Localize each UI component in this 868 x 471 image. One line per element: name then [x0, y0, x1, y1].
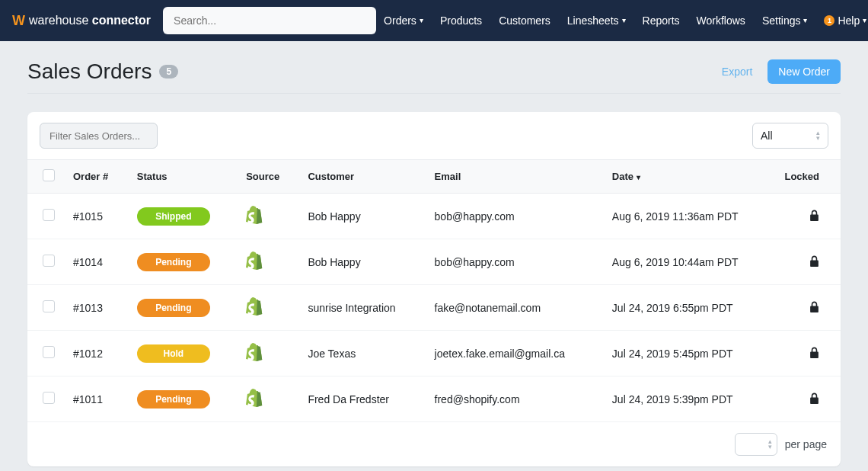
cell-email: bob@happy.com	[426, 239, 603, 285]
shopify-icon	[246, 260, 263, 272]
status-pill: Pending	[137, 253, 210, 271]
brand-logo-icon: W	[12, 13, 24, 29]
cell-customer: Fred Da Fredster	[298, 376, 425, 422]
shopify-icon	[246, 306, 263, 318]
cell-locked	[775, 285, 841, 331]
cell-source	[237, 194, 298, 239]
per-page-select[interactable]: ▴▾	[735, 433, 777, 456]
lock-icon	[809, 210, 819, 223]
nav-customers[interactable]: Customers	[491, 8, 558, 33]
lock-icon	[809, 348, 819, 360]
cell-date: Aug 6, 2019 10:44am PDT	[603, 239, 776, 285]
status-pill: Pending	[137, 390, 210, 409]
page-header: Sales Orders 5 Export New Order	[27, 59, 841, 94]
cell-locked	[775, 376, 841, 422]
nav-products[interactable]: Products	[432, 8, 490, 33]
chevron-down-icon: ▾	[863, 16, 866, 24]
table-row[interactable]: #1011PendingFred Da Fredsterfred@shopify…	[27, 376, 841, 422]
chevron-down-icon: ▾	[622, 16, 626, 24]
page-title-wrap: Sales Orders 5	[27, 59, 178, 84]
cell-order: #1015	[64, 194, 128, 239]
cell-date: Jul 24, 2019 5:45pm PDT	[603, 331, 776, 376]
nav-workflows[interactable]: Workflows	[689, 8, 753, 33]
navbar: W warehouse connector Orders▾ Products C…	[0, 0, 868, 41]
chevron-down-icon: ▾	[420, 16, 423, 24]
card-footer: ▴▾ per page	[27, 422, 841, 466]
col-date[interactable]: Date▾	[603, 160, 776, 194]
nav-items: Orders▾ Products Customers Linesheets▾ R…	[376, 8, 868, 34]
shopify-icon	[246, 214, 263, 226]
help-badge: 1	[824, 15, 834, 26]
nav-settings[interactable]: Settings▾	[755, 8, 815, 33]
nav-reports[interactable]: Reports	[635, 8, 688, 33]
col-locked[interactable]: Locked	[775, 160, 841, 194]
filter-input[interactable]	[40, 123, 158, 149]
row-checkbox[interactable]	[43, 346, 55, 358]
chevron-up-down-icon: ▴▾	[768, 439, 772, 450]
status-pill: Shipped	[137, 207, 210, 226]
chevron-up-down-icon: ▴▾	[816, 130, 820, 141]
filter-dropdown-value: All	[761, 130, 773, 142]
nav-linesheets[interactable]: Linesheets▾	[560, 8, 633, 33]
lock-icon	[809, 302, 819, 315]
col-status[interactable]: Status	[128, 160, 237, 194]
page-title: Sales Orders	[27, 59, 152, 84]
row-checkbox[interactable]	[43, 255, 55, 267]
cell-locked	[775, 331, 841, 376]
col-source[interactable]: Source	[237, 160, 298, 194]
cell-locked	[775, 239, 841, 285]
table-row[interactable]: #1013Pendingsunrise Integrationfake@nota…	[27, 285, 841, 331]
col-email[interactable]: Email	[426, 160, 603, 194]
lock-icon	[809, 256, 819, 269]
lock-icon	[809, 393, 819, 406]
page-actions: Export New Order	[714, 59, 841, 84]
orders-table: Order # Status Source Customer Email Dat…	[27, 159, 841, 422]
table-row[interactable]: #1012HoldJoe Texasjoetex.fake.email@gmai…	[27, 331, 841, 376]
brand-text: warehouse connector	[29, 14, 151, 27]
cell-locked	[775, 194, 841, 239]
cell-order: #1014	[64, 239, 128, 285]
table-row[interactable]: #1015ShippedBob Happybob@happy.comAug 6,…	[27, 194, 841, 239]
cell-source	[237, 285, 298, 331]
new-order-button[interactable]: New Order	[767, 59, 841, 84]
status-pill: Hold	[137, 344, 210, 363]
brand[interactable]: W warehouse connector	[12, 13, 151, 29]
orders-card: All ▴▾ Order # Status Source Customer Em…	[27, 112, 841, 466]
cell-date: Jul 24, 2019 5:39pm PDT	[603, 376, 776, 422]
export-link[interactable]: Export	[714, 61, 760, 82]
cell-order: #1011	[64, 376, 128, 422]
cell-source	[237, 376, 298, 422]
cell-source	[237, 331, 298, 376]
cell-order: #1013	[64, 285, 128, 331]
cell-email: bob@happy.com	[426, 194, 603, 239]
cell-customer: Bob Happy	[298, 194, 425, 239]
row-checkbox[interactable]	[43, 300, 55, 312]
search-input[interactable]	[163, 7, 376, 34]
cell-email: fake@notanemail.com	[426, 285, 603, 331]
row-checkbox[interactable]	[43, 392, 55, 404]
chevron-down-icon: ▾	[803, 16, 807, 24]
cell-email: fred@shopify.com	[426, 376, 603, 422]
cell-date: Jul 24, 2019 6:55pm PDT	[603, 285, 776, 331]
cell-source	[237, 239, 298, 285]
nav-help[interactable]: 1Help▾	[816, 8, 868, 33]
card-toolbar: All ▴▾	[27, 112, 841, 159]
cell-date: Aug 6, 2019 11:36am PDT	[603, 194, 776, 239]
cell-order: #1012	[64, 331, 128, 376]
select-all-checkbox[interactable]	[43, 169, 55, 181]
filter-dropdown[interactable]: All ▴▾	[752, 123, 828, 149]
status-pill: Pending	[137, 299, 210, 317]
row-checkbox[interactable]	[43, 209, 55, 221]
search-wrap	[163, 7, 376, 34]
col-order[interactable]: Order #	[64, 160, 128, 194]
shopify-icon	[246, 351, 263, 364]
nav-orders[interactable]: Orders▾	[376, 8, 431, 33]
cell-customer: Joe Texas	[298, 331, 425, 376]
count-badge: 5	[159, 65, 178, 78]
sort-desc-icon: ▾	[637, 173, 640, 181]
cell-email: joetex.fake.email@gmail.ca	[426, 331, 603, 376]
col-customer[interactable]: Customer	[298, 160, 425, 194]
shopify-icon	[246, 397, 263, 409]
cell-customer: sunrise Integration	[298, 285, 425, 331]
table-row[interactable]: #1014PendingBob Happybob@happy.comAug 6,…	[27, 239, 841, 285]
